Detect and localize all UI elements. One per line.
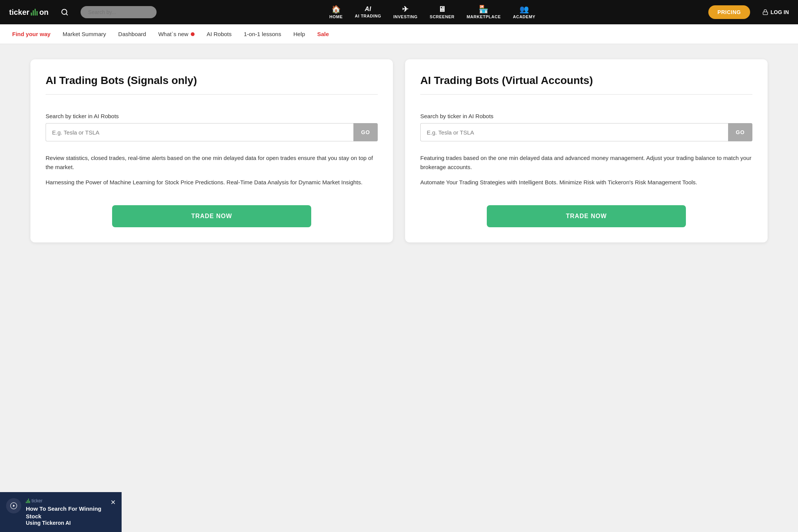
nav-items: 🏠 HOME AI AI TRADING ✈ INVESTING 🖥 SCREE…: [169, 4, 696, 21]
nav-item-ai-trading[interactable]: AI AI TRADING: [350, 5, 386, 20]
virtual-desc-1: Featuring trades based on the one min de…: [420, 154, 752, 172]
sec-nav-ai-robots[interactable]: AI Robots: [207, 31, 232, 37]
academy-icon: 👥: [519, 5, 529, 13]
nav-item-ai-trading-label: AI TRADING: [355, 14, 381, 18]
search-icon-button[interactable]: [61, 8, 68, 16]
marketplace-icon: 🏪: [479, 5, 489, 13]
sec-nav-sale[interactable]: Sale: [317, 31, 329, 37]
card-virtual-title: AI Trading Bots (Virtual Accounts): [420, 74, 752, 95]
virtual-trade-button[interactable]: TRADE NOW: [487, 205, 686, 227]
nav-item-marketplace[interactable]: 🏪 MARKETPLACE: [462, 4, 505, 21]
login-button[interactable]: LOG IN: [762, 9, 789, 15]
nav-item-investing[interactable]: ✈ INVESTING: [389, 4, 422, 21]
card-virtual-search-label: Search by ticker in AI Robots: [420, 113, 752, 119]
logo-bars-icon: [31, 9, 38, 16]
lock-icon: [762, 9, 768, 15]
virtual-ticker-input[interactable]: [420, 123, 728, 141]
sec-nav-help[interactable]: Help: [293, 31, 305, 37]
top-navigation: ticker on 🏠 HOME AI AI TRADING ✈ INVESTI…: [0, 0, 798, 24]
screener-icon: 🖥: [438, 5, 446, 13]
nav-item-home-label: HOME: [329, 14, 343, 19]
card-signals-search-row: GO: [46, 123, 378, 141]
login-label: LOG IN: [771, 9, 789, 15]
signals-desc-1: Review statistics, closed trades, real-t…: [46, 154, 378, 172]
virtual-desc-2: Automate Your Trading Strategies with In…: [420, 178, 752, 187]
nav-item-academy-label: ACADEMY: [513, 14, 535, 19]
card-signals-only: AI Trading Bots (Signals only) Search by…: [30, 59, 393, 242]
cards-row: AI Trading Bots (Signals only) Search by…: [30, 59, 768, 242]
ai-trading-icon: AI: [365, 6, 371, 12]
logo-ticker-text: ticker: [9, 8, 29, 17]
sec-nav-find-your-way[interactable]: Find your way: [12, 31, 51, 37]
investing-icon: ✈: [402, 5, 409, 13]
logo[interactable]: ticker on: [9, 8, 49, 17]
top-search-input[interactable]: [81, 6, 157, 18]
svg-line-1: [66, 14, 68, 15]
nav-item-investing-label: INVESTING: [393, 14, 418, 19]
home-icon: 🏠: [331, 5, 341, 13]
card-virtual-accounts: AI Trading Bots (Virtual Accounts) Searc…: [405, 59, 768, 242]
sec-nav-dashboard[interactable]: Dashboard: [118, 31, 146, 37]
nav-item-screener-label: SCREENER: [430, 14, 454, 19]
sec-nav-market-summary[interactable]: Market Summary: [63, 31, 106, 37]
logo-on-text: on: [39, 8, 48, 17]
svg-rect-2: [763, 12, 768, 14]
nav-item-academy[interactable]: 👥 ACADEMY: [508, 4, 540, 21]
signals-trade-button[interactable]: TRADE NOW: [112, 205, 311, 227]
card-signals-search-label: Search by ticker in AI Robots: [46, 113, 378, 119]
card-signals-title: AI Trading Bots (Signals only): [46, 74, 378, 95]
nav-item-marketplace-label: MARKETPLACE: [467, 14, 501, 19]
pricing-button[interactable]: PRICING: [708, 5, 750, 19]
signals-go-button[interactable]: GO: [353, 123, 378, 141]
virtual-go-button[interactable]: GO: [728, 123, 752, 141]
nav-item-home[interactable]: 🏠 HOME: [325, 4, 347, 21]
nav-item-screener[interactable]: 🖥 SCREENER: [425, 4, 459, 21]
signals-ticker-input[interactable]: [46, 123, 353, 141]
whats-new-label: What`s new: [158, 31, 188, 37]
main-content: AI Trading Bots (Signals only) Search by…: [0, 44, 798, 386]
card-virtual-search-row: GO: [420, 123, 752, 141]
secondary-navigation: Find your way Market Summary Dashboard W…: [0, 24, 798, 44]
new-badge-dot: [191, 32, 195, 36]
signals-desc-2: Harnessing the Power of Machine Learning…: [46, 178, 378, 187]
sec-nav-lessons[interactable]: 1-on-1 lessons: [244, 31, 281, 37]
sec-nav-whats-new[interactable]: What`s new: [158, 31, 194, 37]
